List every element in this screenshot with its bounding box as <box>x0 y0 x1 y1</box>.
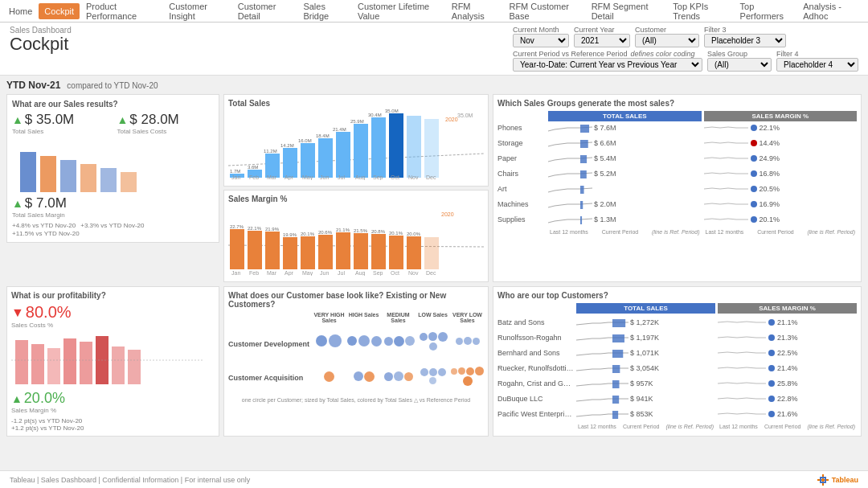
customer-base-title: What does our Customer base look like? E… <box>228 291 484 309</box>
svg-text:16.0M: 16.0M <box>298 138 312 143</box>
svg-rect-99 <box>612 396 619 404</box>
costs-pct-label: Sales Costs % <box>11 322 215 329</box>
svg-text:Jul: Jul <box>338 270 345 276</box>
sales-groups-title: Which Sales Groups generate the most sal… <box>497 99 857 108</box>
margin-change-2: +1.2 pt(s) vs YTD Nov-20 <box>11 424 215 432</box>
svg-rect-92 <box>128 350 141 384</box>
svg-rect-106 <box>820 482 826 483</box>
nav-analysis[interactable]: Analysis - Adhoc <box>797 0 865 23</box>
svg-text:20.6%: 20.6% <box>318 230 333 235</box>
svg-rect-97 <box>612 365 620 373</box>
tc-sales-margin-header: SALES MARGIN % <box>718 303 857 314</box>
sales-group-row: Paper $ 5.4M 24.9% <box>497 152 857 165</box>
sales-results-panel: What are our Sales results? ▲ $ 35.0M To… <box>6 94 219 282</box>
svg-rect-80 <box>580 155 587 163</box>
svg-rect-0 <box>20 152 36 192</box>
svg-text:Jan: Jan <box>231 270 240 276</box>
top-customer-row: Ruecker, Runolfsdottir and ... $ 3,054K … <box>497 362 857 375</box>
dashboard-grid: What are our Sales results? ▲ $ 35.0M To… <box>6 94 862 282</box>
svg-text:Jun: Jun <box>320 174 329 180</box>
nav-product-perf[interactable]: Product Performance <box>80 0 163 23</box>
svg-rect-98 <box>612 380 620 388</box>
main-content: YTD Nov-21 compared to YTD Nov-20 What a… <box>0 76 868 470</box>
sales-group-row: Storage $ 6.6M 14.4% <box>497 137 857 150</box>
svg-text:11.2M: 11.2M <box>264 149 277 154</box>
svg-rect-91 <box>112 347 125 384</box>
svg-text:2020: 2020 <box>441 211 454 217</box>
nav-top-kpis[interactable]: Top KPIs Trends <box>667 0 734 23</box>
nav-rfm-seg[interactable]: RFM Segment Detail <box>586 0 668 23</box>
svg-text:Nov: Nov <box>408 174 419 180</box>
nav-customer-insight[interactable]: Customer Insight <box>163 0 231 23</box>
total-costs-label: Total Sales Costs <box>117 128 215 135</box>
svg-text:Aug: Aug <box>355 174 366 180</box>
sales-group-select[interactable]: (All) <box>707 58 772 72</box>
current-month-select[interactable]: Nov <box>513 34 569 47</box>
filters-container: Current Month Nov Current Year 2021 Cust… <box>513 26 858 72</box>
svg-text:18.4M: 18.4M <box>316 133 330 138</box>
nav-rfm-cust[interactable]: RFM Customer Base <box>503 0 585 23</box>
svg-text:25.9M: 25.9M <box>350 119 364 124</box>
costs-change: +3.3% vs YTD Nov-20 <box>80 222 144 229</box>
top-customer-row: DuBuque LLC $ 941K 22.8% <box>497 392 857 405</box>
total-sales-label: Total Sales <box>12 128 109 135</box>
total-margin-label: Total Sales Margin <box>12 211 214 219</box>
svg-rect-87 <box>47 348 60 384</box>
svg-rect-78 <box>580 125 589 133</box>
svg-rect-85 <box>15 340 28 384</box>
nav-cockpit[interactable]: Cockpit <box>39 3 80 19</box>
filters-row-2: Current Period vs Reference Period defin… <box>513 50 858 72</box>
svg-rect-84 <box>580 216 582 224</box>
svg-rect-105 <box>820 477 826 478</box>
svg-rect-47 <box>301 236 315 269</box>
svg-text:Apr: Apr <box>285 270 294 276</box>
current-year-select[interactable]: 2021 <box>574 34 630 47</box>
svg-rect-14 <box>336 132 350 178</box>
nav-rfm[interactable]: RFM Analysis <box>446 0 504 23</box>
sales-group-row: Art 20.5% <box>497 182 857 195</box>
svg-rect-5 <box>121 172 137 192</box>
svg-rect-89 <box>80 342 92 384</box>
sales-change: +4.8% vs YTD Nov-20 <box>12 222 76 229</box>
svg-text:20.1%: 20.1% <box>301 232 315 236</box>
period-select[interactable]: Year-to-Date: Current Year vs Previous Y… <box>513 58 702 72</box>
svg-rect-4 <box>100 168 117 192</box>
svg-rect-81 <box>580 170 587 178</box>
tc-total-sales-header: TOTAL SALES <box>576 303 715 314</box>
svg-text:14.2M: 14.2M <box>280 143 294 148</box>
page-title: Cockpit <box>10 35 72 54</box>
svg-text:Apr: Apr <box>285 174 294 180</box>
nav-home[interactable]: Home <box>3 3 38 19</box>
filter4-select[interactable]: Placeholder 4 <box>776 58 858 72</box>
nav-clv[interactable]: Customer Lifetime Value <box>352 0 446 23</box>
svg-text:Feb: Feb <box>249 270 259 276</box>
top-customer-row: Pacific West Enterprises $ 853K 21.6% <box>497 408 857 420</box>
svg-rect-2 <box>60 160 76 192</box>
svg-text:20.0%: 20.0% <box>407 232 421 236</box>
header-left: Sales Dashboard Cockpit <box>10 26 72 54</box>
customer-select[interactable]: (All) <box>635 34 699 47</box>
svg-rect-50 <box>354 233 368 269</box>
svg-text:20.1%: 20.1% <box>389 231 403 236</box>
tableau-logo: Tableau <box>817 474 858 486</box>
filter-sales-group: Sales Group (All) <box>707 50 772 72</box>
costs-pct-value: 80.0% <box>26 303 72 322</box>
top-nav: Home Cockpit Product Performance Custome… <box>0 0 868 23</box>
svg-rect-3 <box>80 164 96 192</box>
top-customers-rows: Batz and Sons $ 1,272K 21.1% Runolfsson-… <box>497 316 857 420</box>
total-sales-header: TOTAL SALES <box>548 111 702 121</box>
sales-group-row: Machines $ 2.0M 16.9% <box>497 198 857 211</box>
svg-text:21.1%: 21.1% <box>336 228 350 232</box>
total-sales-chart-title: Total Sales <box>228 99 484 108</box>
second-row: What is our profitability? ▼ 80.0% Sales… <box>6 286 862 437</box>
filter3-select[interactable]: Placeholder 3 <box>704 34 786 47</box>
svg-text:Nov: Nov <box>408 270 419 276</box>
svg-text:22.1%: 22.1% <box>248 226 262 231</box>
svg-text:Jan: Jan <box>231 174 240 180</box>
nav-sales-bridge[interactable]: Sales Bridge <box>297 0 352 23</box>
svg-rect-17 <box>389 113 403 178</box>
svg-rect-95 <box>612 334 624 342</box>
total-margin-value: $ 7.0M <box>25 195 67 211</box>
nav-top-perf[interactable]: Top Performers <box>735 0 798 23</box>
nav-customer-detail[interactable]: Customer Detail <box>232 0 298 23</box>
